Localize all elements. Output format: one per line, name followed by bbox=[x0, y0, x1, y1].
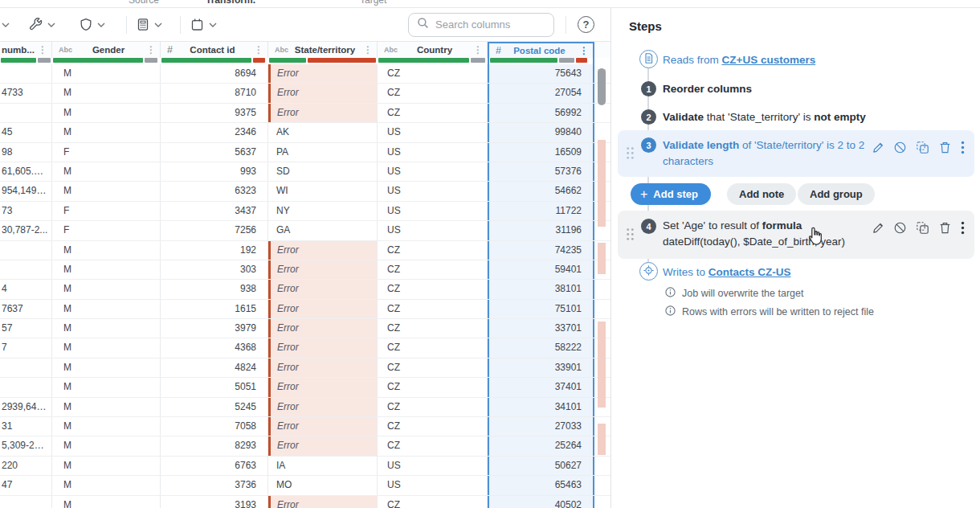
cell-numb[interactable]: 61,605.68... bbox=[0, 162, 52, 181]
cell-country[interactable]: CZ bbox=[378, 398, 488, 416]
cell-numb[interactable] bbox=[0, 64, 52, 83]
cell-postal-code[interactable]: 58222 bbox=[488, 338, 594, 357]
step-3-card[interactable]: Validate length of 'State/territory' is … bbox=[618, 130, 974, 177]
cell-gender[interactable]: M bbox=[52, 496, 161, 508]
edit-pencil-icon[interactable] bbox=[871, 141, 884, 158]
cell-postal-code[interactable]: 37401 bbox=[488, 378, 594, 396]
cell-contact-id[interactable]: 4824 bbox=[161, 358, 268, 377]
cell-country[interactable]: CZ bbox=[378, 378, 488, 396]
cell-numb[interactable]: 954,149,2... bbox=[0, 182, 52, 200]
cell-country[interactable]: US bbox=[378, 182, 488, 200]
cell-numb[interactable] bbox=[0, 241, 52, 260]
cell-numb[interactable]: 73 bbox=[0, 202, 52, 220]
cell-state-territory[interactable]: NY bbox=[268, 202, 378, 220]
cell-country[interactable]: CZ bbox=[378, 496, 488, 508]
cell-postal-code[interactable]: 99840 bbox=[488, 123, 594, 141]
cell-country[interactable]: CZ bbox=[378, 319, 488, 338]
cell-state-territory[interactable]: Error bbox=[268, 84, 378, 102]
cell-postal-code[interactable]: 40502 bbox=[488, 496, 594, 508]
vertical-scrollbar[interactable] bbox=[597, 66, 606, 506]
cell-state-territory[interactable]: MO bbox=[268, 476, 378, 494]
cell-postal-code[interactable]: 27033 bbox=[488, 417, 594, 436]
clipped-tool-chevron-icon[interactable] bbox=[2, 18, 10, 32]
cell-numb[interactable] bbox=[0, 104, 52, 122]
cell-postal-code[interactable]: 65463 bbox=[488, 476, 594, 494]
cell-state-territory[interactable]: Error bbox=[268, 358, 378, 377]
cell-contact-id[interactable]: 993 bbox=[161, 162, 268, 181]
cell-gender[interactable]: M bbox=[52, 241, 161, 260]
cell-postal-code[interactable]: 33701 bbox=[488, 319, 594, 338]
cell-gender[interactable]: M bbox=[52, 280, 161, 298]
cell-numb[interactable]: 220 bbox=[0, 457, 52, 475]
drag-handle-icon[interactable] bbox=[626, 227, 635, 244]
cell-state-territory[interactable]: Error bbox=[268, 496, 378, 508]
step-2-label[interactable]: Validate that 'State_territory' is not e… bbox=[663, 111, 866, 123]
cell-postal-code[interactable]: 31196 bbox=[488, 221, 594, 240]
validation-tools-button[interactable] bbox=[80, 18, 105, 31]
cell-country[interactable]: US bbox=[378, 162, 488, 181]
search-columns-input[interactable] bbox=[435, 18, 545, 31]
transform-tools-button[interactable] bbox=[29, 18, 55, 31]
disable-icon[interactable] bbox=[893, 221, 907, 238]
cell-country[interactable]: CZ bbox=[378, 241, 488, 260]
tab-transform[interactable]: Transform. bbox=[206, 0, 255, 6]
cell-postal-code[interactable]: 75643 bbox=[488, 64, 594, 83]
cell-contact-id[interactable]: 6323 bbox=[161, 182, 268, 200]
help-icon[interactable]: ? bbox=[578, 16, 594, 33]
cell-contact-id[interactable]: 7058 bbox=[161, 417, 268, 436]
cell-numb[interactable]: 2939,641... bbox=[0, 398, 52, 416]
cell-numb[interactable]: 7 bbox=[0, 338, 52, 357]
cell-postal-code[interactable]: 34101 bbox=[488, 398, 594, 416]
cell-gender[interactable]: M bbox=[52, 300, 161, 318]
cell-state-territory[interactable]: WI bbox=[268, 182, 378, 200]
cell-contact-id[interactable]: 938 bbox=[161, 280, 268, 298]
cell-numb[interactable]: 57 bbox=[0, 319, 52, 338]
cell-contact-id[interactable]: 8694 bbox=[161, 64, 268, 83]
column-menu-kebab-icon[interactable]: ⋮ bbox=[473, 44, 483, 55]
date-tools-button[interactable] bbox=[190, 18, 217, 31]
tab-source[interactable]: Source bbox=[129, 0, 159, 6]
cell-gender[interactable]: M bbox=[52, 398, 161, 416]
column-header-numb[interactable]: numb...⋮ bbox=[0, 42, 52, 58]
cell-contact-id[interactable]: 192 bbox=[161, 241, 268, 260]
calculation-tools-button[interactable] bbox=[137, 18, 162, 31]
cell-gender[interactable]: M bbox=[52, 457, 161, 475]
cell-contact-id[interactable]: 1615 bbox=[161, 300, 268, 318]
cell-numb[interactable]: 30,787-2... bbox=[0, 221, 52, 240]
cell-country[interactable]: CZ bbox=[378, 358, 488, 377]
cell-contact-id[interactable]: 7256 bbox=[161, 221, 268, 240]
cell-gender[interactable]: M bbox=[52, 378, 161, 396]
cell-contact-id[interactable]: 9375 bbox=[161, 104, 268, 122]
cell-postal-code[interactable]: 38101 bbox=[488, 280, 594, 298]
cell-postal-code[interactable]: 27054 bbox=[488, 84, 594, 102]
cell-country[interactable]: US bbox=[378, 123, 488, 141]
column-menu-kebab-icon[interactable]: ⋮ bbox=[38, 44, 47, 55]
cell-state-territory[interactable]: Error bbox=[268, 436, 378, 455]
cell-contact-id[interactable]: 5051 bbox=[161, 378, 268, 396]
cell-numb[interactable]: 47 bbox=[0, 476, 52, 494]
column-menu-kebab-icon[interactable]: ⋮ bbox=[363, 44, 373, 55]
column-header-contact-id[interactable]: #Contact id⋮ bbox=[161, 42, 268, 58]
cell-state-territory[interactable]: IA bbox=[268, 457, 378, 475]
cell-numb[interactable]: 45 bbox=[0, 123, 52, 141]
cell-contact-id[interactable]: 3736 bbox=[161, 476, 268, 494]
cell-contact-id[interactable]: 8293 bbox=[161, 436, 268, 455]
cell-gender[interactable]: M bbox=[52, 64, 161, 83]
cell-gender[interactable]: M bbox=[52, 123, 161, 141]
cell-country[interactable]: CZ bbox=[378, 436, 488, 455]
cell-numb[interactable]: 4 bbox=[0, 280, 52, 298]
cell-gender[interactable]: M bbox=[52, 84, 161, 102]
cell-country[interactable]: US bbox=[378, 476, 488, 494]
cell-country[interactable]: CZ bbox=[378, 280, 488, 298]
cell-state-territory[interactable]: Error bbox=[268, 64, 378, 83]
column-menu-kebab-icon[interactable]: ⋮ bbox=[254, 44, 263, 55]
cell-contact-id[interactable]: 3979 bbox=[161, 319, 268, 338]
cell-contact-id[interactable]: 8710 bbox=[161, 84, 268, 102]
cell-gender[interactable]: M bbox=[52, 358, 161, 377]
cell-country[interactable]: CZ bbox=[378, 260, 488, 279]
cell-numb[interactable] bbox=[0, 496, 52, 508]
column-header-postal-code[interactable]: #Postal code⋮ bbox=[488, 42, 594, 58]
cell-country[interactable]: CZ bbox=[378, 84, 488, 102]
cell-numb[interactable]: 31 bbox=[0, 417, 52, 436]
column-menu-kebab-icon[interactable]: ⋮ bbox=[579, 45, 589, 56]
